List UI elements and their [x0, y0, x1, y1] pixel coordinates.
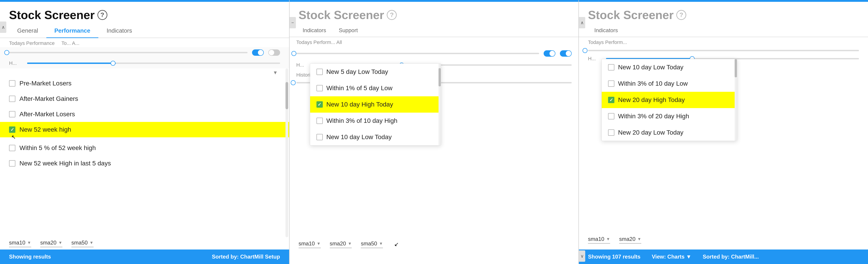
slider-track-2[interactable]	[27, 62, 280, 64]
checkbox-within-3pct-10day-high[interactable]	[316, 117, 323, 124]
sma50-select-middle[interactable]: sma50 ▼	[361, 240, 383, 248]
sma50-arrow-left: ▼	[90, 240, 94, 245]
section-label-right-panel: Todays Perform...	[579, 37, 868, 48]
checkbox-new-10day-high[interactable]	[316, 101, 323, 108]
cursor-icon-m: ↙	[394, 241, 399, 247]
scrollbar-thumb-left[interactable]	[285, 82, 288, 109]
toggle-switch-1[interactable]	[252, 49, 264, 56]
popup-item-new-10day-low[interactable]: New 10 day Low Today	[310, 129, 441, 145]
tab-support-middle[interactable]: Support	[333, 24, 364, 37]
section-label-middle: Todays Perform... All	[289, 37, 579, 48]
top-bar-right	[579, 0, 868, 2]
showing-results-left: Showing results	[9, 254, 51, 260]
panel-title-left: Stock Screener	[9, 8, 95, 22]
popup-item-within-1pct-5day[interactable]: Within 1% of 5 day Low	[310, 80, 441, 96]
sma20-select-right[interactable]: sma20 ▼	[619, 236, 641, 244]
tab-indicators-middle[interactable]: Indicators	[296, 24, 333, 37]
popup-item-new-20day-high[interactable]: New 20 day High Today	[602, 92, 737, 108]
sma20-arrow-left: ▼	[58, 240, 62, 245]
popup-item-within-3pct-10day-high[interactable]: Within 3% of 10 day High	[310, 113, 441, 129]
popup-item-new-10day-high[interactable]: New 10 day High Today	[310, 96, 441, 113]
slider-track-m1[interactable]	[296, 53, 539, 54]
sorted-by-left: Sorted by: ChartMill Setup	[212, 254, 280, 260]
slider-area-2: H...	[0, 58, 289, 69]
sma50-select-left[interactable]: sma50 ▼	[71, 240, 94, 247]
popup-item-within-3pct-20day-high[interactable]: Within 3% of 20 day High	[602, 108, 737, 125]
checkbox-new-52-week-high[interactable]	[9, 127, 16, 133]
help-icon-middle[interactable]: ?	[387, 10, 397, 20]
popup-scrollbar-thumb-middle[interactable]	[438, 68, 441, 86]
scrollbar-left[interactable]	[285, 69, 288, 237]
tab-indicators[interactable]: Indicators	[98, 24, 140, 38]
left-panel: ∧ Stock Screener ? General Performance I…	[0, 0, 289, 264]
panel-header-left: Stock Screener ?	[0, 2, 289, 24]
help-icon-left[interactable]: ?	[97, 10, 107, 20]
toggle-switch-2[interactable]	[268, 49, 280, 56]
checkbox-after-market-gainers[interactable]	[9, 96, 16, 102]
top-bar-middle	[289, 0, 579, 2]
tab-indicators-right[interactable]: Indicators	[588, 24, 624, 37]
sma50-arrow-middle: ▼	[379, 241, 383, 246]
top-bar-left	[0, 0, 289, 2]
tabs-row-right: Indicators	[579, 24, 868, 37]
popup-item-new-10day-low-r[interactable]: New 10 day Low Today	[602, 59, 737, 76]
toggle-switch-m2[interactable]	[560, 50, 572, 57]
checkbox-new-10day-low-m[interactable]	[316, 134, 323, 140]
sma10-select-left[interactable]: sma10 ▼	[9, 240, 31, 247]
checkbox-new-10day-low-r[interactable]	[608, 64, 614, 71]
cursor-icon: ↖	[11, 134, 16, 140]
section-label-right: To... A...	[61, 40, 79, 46]
panel-title-middle: Stock Screener	[299, 8, 384, 22]
slider-r1	[579, 48, 868, 53]
collapse-btn-middle[interactable]: −	[289, 17, 296, 28]
collapse-btn-right-bottom[interactable]: ∨	[579, 250, 585, 262]
sma10-arrow-middle: ▼	[317, 241, 321, 246]
popup-item-new-20day-low[interactable]: New 20 day Low Today	[602, 125, 737, 141]
checkbox-new-5day-low[interactable]	[316, 69, 323, 75]
popup-scrollbar-middle[interactable]	[438, 64, 441, 145]
item-after-market-losers[interactable]: After-Market Losers	[0, 106, 289, 122]
section-label-left: Todays Performance	[9, 40, 55, 46]
slider-label-h-r: H...	[588, 56, 601, 62]
slider-label-h-m: H...	[296, 62, 310, 68]
collapse-btn-left[interactable]: ∧	[0, 22, 6, 33]
view-label-right[interactable]: View: Charts ▼	[652, 254, 691, 260]
checkbox-new-20day-high[interactable]	[608, 97, 614, 103]
popup-item-new-5day-low[interactable]: New 5 day Low Today	[310, 64, 441, 80]
checkbox-pre-market-losers[interactable]	[9, 80, 16, 86]
dropdown-list-left: ▼ Pre-Market Losers After-Market Gainers…	[0, 69, 289, 237]
checkbox-within-3pct-10day-low[interactable]	[608, 80, 614, 87]
item-pre-market-losers[interactable]: Pre-Market Losers	[0, 76, 289, 91]
checkbox-within-5pct-52week[interactable]	[9, 145, 16, 151]
dropdown-arrow[interactable]: ▼	[273, 70, 278, 76]
checkbox-after-market-losers[interactable]	[9, 111, 16, 117]
item-new-52week-in-5days[interactable]: New 52 week High in last 5 days	[0, 156, 289, 171]
popup-item-within-3pct-10day-low[interactable]: Within 3% of 10 day Low	[602, 76, 737, 92]
slider-section-middle-1	[289, 48, 579, 59]
slider-track-r1[interactable]	[588, 50, 859, 51]
checkbox-new-20day-low[interactable]	[608, 129, 614, 136]
checkbox-within-3pct-20day-high[interactable]	[608, 113, 614, 120]
tab-performance[interactable]: Performance	[46, 24, 98, 38]
item-after-market-gainers[interactable]: After-Market Gainers	[0, 91, 289, 106]
checkbox-within-1pct-5day[interactable]	[316, 85, 323, 91]
tabs-row-left: General Performance Indicators	[0, 24, 289, 38]
middle-panel: − Stock Screener ? Indicators Support To…	[289, 0, 579, 264]
sma-row-middle: sma10 ▼ sma20 ▼ sma50 ▼ ↙	[289, 238, 579, 250]
checkbox-new-52week-in-5days[interactable]	[9, 160, 16, 166]
help-icon-right[interactable]: ?	[676, 10, 686, 20]
sma10-select-middle[interactable]: sma10 ▼	[299, 240, 321, 248]
sma20-select-left[interactable]: sma20 ▼	[40, 240, 62, 247]
slider-track-1[interactable]	[9, 52, 248, 53]
sma20-select-middle[interactable]: sma20 ▼	[330, 240, 352, 248]
bottom-bar-left: Showing results Sorted by: ChartMill Set…	[0, 249, 289, 264]
popup-scrollbar-thumb-right[interactable]	[735, 59, 737, 77]
popup-scrollbar-right[interactable]	[735, 59, 737, 141]
sma-row-right: sma10 ▼ sma20 ▼	[579, 234, 868, 246]
tab-general[interactable]: General	[9, 24, 46, 38]
collapse-btn-right-top[interactable]: ∧	[579, 17, 585, 28]
toggle-switch-m1[interactable]	[544, 50, 555, 57]
item-within-5pct-52week[interactable]: Within 5 % of 52 week high	[0, 140, 289, 156]
sma-row-left: sma10 ▼ sma20 ▼ sma50 ▼	[0, 237, 289, 249]
sma10-select-right[interactable]: sma10 ▼	[588, 236, 610, 244]
